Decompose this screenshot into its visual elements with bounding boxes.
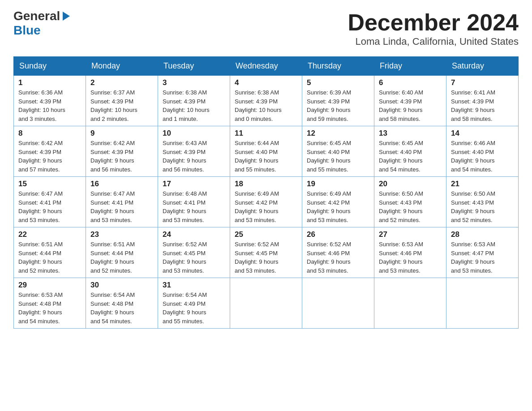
day-cell (230, 278, 302, 329)
day-cell: 14Sunrise: 6:46 AM Sunset: 4:40 PM Dayli… (446, 126, 519, 177)
day-number: 23 (90, 230, 153, 239)
day-cell (302, 278, 374, 329)
day-cell (374, 278, 446, 329)
weekday-header-wednesday: Wednesday (230, 57, 302, 76)
day-cell: 8Sunrise: 6:42 AM Sunset: 4:39 PM Daylig… (14, 126, 86, 177)
day-cell: 17Sunrise: 6:48 AM Sunset: 4:41 PM Dayli… (158, 177, 230, 227)
day-number: 8 (18, 129, 81, 138)
day-number: 7 (451, 78, 514, 87)
day-number: 12 (307, 129, 369, 138)
page-header: General Blue December 2024 Loma Linda, C… (13, 9, 519, 47)
day-number: 31 (163, 281, 225, 290)
week-row-1: 1Sunrise: 6:36 AM Sunset: 4:39 PM Daylig… (14, 76, 519, 126)
day-info: Sunrise: 6:50 AM Sunset: 4:43 PM Dayligh… (379, 189, 442, 224)
day-number: 14 (451, 129, 514, 138)
day-number: 25 (235, 230, 297, 239)
day-info: Sunrise: 6:45 AM Sunset: 4:40 PM Dayligh… (307, 139, 369, 174)
day-cell: 1Sunrise: 6:36 AM Sunset: 4:39 PM Daylig… (14, 76, 86, 126)
day-cell: 5Sunrise: 6:39 AM Sunset: 4:39 PM Daylig… (302, 76, 374, 126)
day-info: Sunrise: 6:47 AM Sunset: 4:41 PM Dayligh… (18, 189, 81, 224)
day-cell: 7Sunrise: 6:41 AM Sunset: 4:39 PM Daylig… (446, 76, 519, 126)
day-cell: 11Sunrise: 6:44 AM Sunset: 4:40 PM Dayli… (230, 126, 302, 177)
day-cell: 25Sunrise: 6:52 AM Sunset: 4:45 PM Dayli… (230, 227, 302, 278)
day-info: Sunrise: 6:49 AM Sunset: 4:42 PM Dayligh… (235, 189, 297, 224)
week-row-5: 29Sunrise: 6:53 AM Sunset: 4:48 PM Dayli… (14, 278, 519, 329)
weekday-header-row: SundayMondayTuesdayWednesdayThursdayFrid… (14, 57, 519, 76)
day-info: Sunrise: 6:46 AM Sunset: 4:40 PM Dayligh… (451, 139, 514, 174)
day-number: 21 (451, 180, 514, 188)
day-cell: 27Sunrise: 6:53 AM Sunset: 4:46 PM Dayli… (374, 227, 446, 278)
day-cell: 13Sunrise: 6:45 AM Sunset: 4:40 PM Dayli… (374, 126, 446, 177)
day-info: Sunrise: 6:38 AM Sunset: 4:39 PM Dayligh… (235, 88, 297, 123)
day-info: Sunrise: 6:47 AM Sunset: 4:41 PM Dayligh… (90, 189, 153, 224)
day-cell: 19Sunrise: 6:49 AM Sunset: 4:42 PM Dayli… (302, 177, 374, 227)
day-number: 29 (18, 281, 81, 290)
location-text: Loma Linda, California, United States (348, 36, 519, 47)
day-info: Sunrise: 6:43 AM Sunset: 4:39 PM Dayligh… (163, 139, 225, 174)
day-cell: 16Sunrise: 6:47 AM Sunset: 4:41 PM Dayli… (86, 177, 158, 227)
day-info: Sunrise: 6:53 AM Sunset: 4:47 PM Dayligh… (451, 240, 514, 275)
week-row-2: 8Sunrise: 6:42 AM Sunset: 4:39 PM Daylig… (14, 126, 519, 177)
day-cell: 21Sunrise: 6:50 AM Sunset: 4:43 PM Dayli… (446, 177, 519, 227)
day-info: Sunrise: 6:48 AM Sunset: 4:41 PM Dayligh… (163, 189, 225, 224)
day-number: 17 (163, 180, 225, 188)
day-cell: 24Sunrise: 6:52 AM Sunset: 4:45 PM Dayli… (158, 227, 230, 278)
day-cell: 28Sunrise: 6:53 AM Sunset: 4:47 PM Dayli… (446, 227, 519, 278)
day-info: Sunrise: 6:53 AM Sunset: 4:48 PM Dayligh… (18, 291, 81, 325)
day-number: 27 (379, 230, 442, 239)
day-info: Sunrise: 6:50 AM Sunset: 4:43 PM Dayligh… (451, 189, 514, 224)
day-cell: 20Sunrise: 6:50 AM Sunset: 4:43 PM Dayli… (374, 177, 446, 227)
day-number: 20 (379, 180, 442, 188)
weekday-header-thursday: Thursday (302, 57, 374, 76)
day-number: 24 (163, 230, 225, 239)
day-info: Sunrise: 6:38 AM Sunset: 4:39 PM Dayligh… (163, 88, 225, 123)
day-cell: 10Sunrise: 6:43 AM Sunset: 4:39 PM Dayli… (158, 126, 230, 177)
weekday-header-monday: Monday (86, 57, 158, 76)
day-cell: 4Sunrise: 6:38 AM Sunset: 4:39 PM Daylig… (230, 76, 302, 126)
day-info: Sunrise: 6:36 AM Sunset: 4:39 PM Dayligh… (18, 88, 81, 123)
day-info: Sunrise: 6:44 AM Sunset: 4:40 PM Dayligh… (235, 139, 297, 174)
weekday-header-saturday: Saturday (446, 57, 519, 76)
day-number: 19 (307, 180, 369, 188)
day-cell: 15Sunrise: 6:47 AM Sunset: 4:41 PM Dayli… (14, 177, 86, 227)
day-info: Sunrise: 6:42 AM Sunset: 4:39 PM Dayligh… (18, 139, 81, 174)
day-info: Sunrise: 6:52 AM Sunset: 4:45 PM Dayligh… (235, 240, 297, 275)
day-cell: 6Sunrise: 6:40 AM Sunset: 4:39 PM Daylig… (374, 76, 446, 126)
weekday-header-sunday: Sunday (14, 57, 86, 76)
logo: General Blue (13, 9, 70, 38)
day-cell: 29Sunrise: 6:53 AM Sunset: 4:48 PM Dayli… (14, 278, 86, 329)
day-number: 18 (235, 180, 297, 188)
logo-blue-text: Blue (13, 23, 41, 38)
day-number: 13 (379, 129, 442, 138)
day-info: Sunrise: 6:51 AM Sunset: 4:44 PM Dayligh… (90, 240, 153, 275)
calendar-table: SundayMondayTuesdayWednesdayThursdayFrid… (13, 56, 519, 329)
day-cell: 2Sunrise: 6:37 AM Sunset: 4:39 PM Daylig… (86, 76, 158, 126)
day-number: 28 (451, 230, 514, 239)
day-cell (446, 278, 519, 329)
title-section: December 2024 Loma Linda, California, Un… (348, 9, 519, 47)
day-cell: 18Sunrise: 6:49 AM Sunset: 4:42 PM Dayli… (230, 177, 302, 227)
day-cell: 9Sunrise: 6:42 AM Sunset: 4:39 PM Daylig… (86, 126, 158, 177)
week-row-4: 22Sunrise: 6:51 AM Sunset: 4:44 PM Dayli… (14, 227, 519, 278)
day-cell: 22Sunrise: 6:51 AM Sunset: 4:44 PM Dayli… (14, 227, 86, 278)
day-info: Sunrise: 6:39 AM Sunset: 4:39 PM Dayligh… (307, 88, 369, 123)
day-info: Sunrise: 6:54 AM Sunset: 4:48 PM Dayligh… (90, 291, 153, 325)
day-number: 16 (90, 180, 153, 188)
logo-arrow-icon (63, 12, 70, 21)
day-number: 2 (90, 78, 153, 87)
day-info: Sunrise: 6:49 AM Sunset: 4:42 PM Dayligh… (307, 189, 369, 224)
day-number: 4 (235, 78, 297, 87)
day-number: 26 (307, 230, 369, 239)
day-number: 5 (307, 78, 369, 87)
weekday-header-tuesday: Tuesday (158, 57, 230, 76)
day-info: Sunrise: 6:40 AM Sunset: 4:39 PM Dayligh… (379, 88, 442, 123)
day-number: 6 (379, 78, 442, 87)
day-info: Sunrise: 6:51 AM Sunset: 4:44 PM Dayligh… (18, 240, 81, 275)
day-info: Sunrise: 6:37 AM Sunset: 4:39 PM Dayligh… (90, 88, 153, 123)
week-row-3: 15Sunrise: 6:47 AM Sunset: 4:41 PM Dayli… (14, 177, 519, 227)
day-number: 10 (163, 129, 225, 138)
day-cell: 30Sunrise: 6:54 AM Sunset: 4:48 PM Dayli… (86, 278, 158, 329)
day-info: Sunrise: 6:42 AM Sunset: 4:39 PM Dayligh… (90, 139, 153, 174)
day-number: 22 (18, 230, 81, 239)
day-info: Sunrise: 6:45 AM Sunset: 4:40 PM Dayligh… (379, 139, 442, 174)
